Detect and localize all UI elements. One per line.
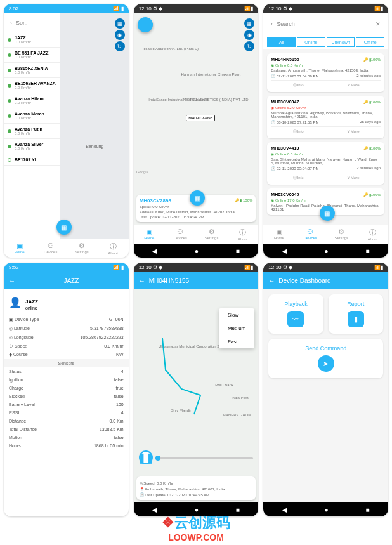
sensor-row: Battery Level100 — [4, 400, 129, 409]
sensor-row: Status4 — [4, 367, 129, 376]
gear-icon: ⚙ — [66, 242, 97, 250]
list-item[interactable]: Avanza Silver0.0 Km/hr — [4, 139, 60, 154]
menu-item-slow[interactable]: Slow — [219, 308, 254, 322]
list-item[interactable]: Avanza Hitam0.0 Km/hr — [4, 93, 60, 108]
map-layers-icon[interactable]: ▦ — [115, 18, 125, 29]
device-list: ‹Sor.. JAZZ0.0 Km/hr BE 551 FA JAZZ0.0 K… — [4, 13, 60, 239]
map-layers-icon[interactable]: ▦ — [244, 18, 254, 29]
home-button[interactable]: ● — [325, 506, 329, 513]
battery-badge: 🔑 ▮100% — [363, 146, 381, 150]
google-logo: Google — [136, 170, 148, 174]
home-button[interactable]: ● — [325, 247, 329, 254]
list-item[interactable]: Avanza Merah0.0 Km/hr — [4, 108, 60, 124]
back-icon[interactable]: ← — [139, 277, 145, 284]
info-row: ◆ CourseNW — [4, 350, 129, 359]
map-marker-label[interactable]: MH03CV2898 — [186, 115, 215, 121]
fab-button[interactable]: ▦ — [56, 220, 72, 235]
progress-slider[interactable] — [155, 457, 254, 459]
update-text: 🕐 Last Update: 01-11-2020 10:44:45 AM — [140, 492, 253, 497]
nav-devices[interactable]: ⚇Devices — [295, 228, 326, 241]
tab-online[interactable]: Online — [297, 37, 325, 47]
status-text: ◉ Online 17.0 Km/hr — [271, 198, 381, 202]
nav-home[interactable]: ▣Home — [134, 228, 165, 241]
menu-button[interactable]: ☰ — [138, 17, 153, 32]
clear-icon[interactable]: ✕ — [376, 21, 381, 27]
nav-about[interactable]: ⓘAbout — [98, 242, 129, 255]
list-item[interactable]: B2815FZ XENIA0.0 Km/hr — [4, 63, 60, 78]
back-button[interactable]: ◀ — [152, 247, 157, 254]
info-button[interactable]: ⓘInfo — [271, 129, 325, 135]
menu-item-medium[interactable]: Medium — [219, 322, 254, 335]
timestamp-text: 🕐 08-10-2020 07:21:53 PM 25 days ago — [271, 120, 381, 124]
back-button[interactable]: ◀ — [282, 506, 287, 513]
screen-device-list: 12:10 ⚙ ◆📶▮ ‹Search✕ All Online Unknown … — [263, 4, 388, 258]
home-icon: ▣ — [263, 228, 294, 236]
map-view[interactable]: ☰ ▦◉↻ eliable Autotech vt. Ltd. (Plant-3… — [134, 13, 259, 225]
info-button[interactable]: ⓘInfo — [271, 82, 325, 88]
recent-button[interactable]: ■ — [366, 247, 370, 254]
menu-item-fast[interactable]: Fast — [219, 335, 254, 348]
dash-card-report[interactable]: Report▮ — [329, 294, 383, 334]
back-icon[interactable]: ‹ — [271, 21, 273, 27]
nav-settings[interactable]: ⚙Settings — [66, 242, 97, 255]
nav-settings[interactable]: ⚙Settings — [196, 228, 227, 241]
tab-all[interactable]: All — [267, 37, 296, 47]
info-button[interactable]: ⓘInfo — [271, 175, 325, 181]
nav-home[interactable]: ▣Home — [4, 242, 35, 255]
recent-button[interactable]: ■ — [366, 506, 370, 513]
search-input[interactable]: ‹Search✕ — [267, 17, 384, 31]
address-text: Mumbai Agra National Highway, Bhivandi, … — [271, 111, 381, 119]
list-item[interactable]: JAZZ0.0 Km/hr — [4, 32, 60, 48]
status-dot — [8, 99, 11, 103]
back-icon[interactable]: ← — [9, 277, 15, 284]
playback-info: ◎ Speed: 0.0 Km/hr 📍 Ambarnath, Thane, M… — [136, 476, 256, 500]
nav-devices[interactable]: ⚇Devices — [165, 228, 196, 241]
status-dot — [8, 69, 11, 72]
back-button[interactable]: ◀ — [282, 247, 287, 254]
speed-menu: Slow Medium Fast — [219, 308, 254, 348]
nav-settings[interactable]: ⚙Settings — [326, 228, 357, 241]
home-icon: ▣ — [134, 228, 165, 236]
devices-icon: ⚇ — [35, 242, 66, 250]
home-button[interactable]: ● — [195, 506, 199, 513]
device-card[interactable]: MH03CV0047🔑 ▮100% ◉ Offline 52.0 Km/hr M… — [267, 96, 384, 138]
tab-unknown[interactable]: Unknown — [327, 37, 355, 47]
fab-button[interactable]: ▦ — [190, 190, 205, 206]
bottom-nav: ▣Home ⚇Devices ⚙Settings ⓘAbout — [4, 239, 129, 258]
home-button[interactable]: ● — [195, 247, 199, 254]
list-item[interactable]: BE1562ER AVANZA0.0 Km/hr — [4, 78, 60, 93]
device-id: MH03CV4410 — [271, 146, 299, 150]
android-nav: ◀●■ — [263, 244, 388, 258]
map-view[interactable]: Slow Medium Fast Ulhasnagar Municipal Co… — [134, 289, 259, 502]
more-button[interactable]: ∨ More — [326, 82, 381, 88]
refresh-icon[interactable]: ↻ — [115, 41, 125, 51]
list-item[interactable]: BE 551 FA JAZZ0.0 Km/hr — [4, 48, 60, 63]
nav-devices[interactable]: ⚇Devices — [35, 242, 66, 255]
more-button[interactable]: ∨ More — [326, 175, 381, 181]
fab-button[interactable]: ▦ — [320, 206, 335, 221]
dash-card-command[interactable]: Send Command➤ — [268, 339, 383, 378]
nav-home[interactable]: ▣Home — [263, 228, 294, 241]
status-dot — [8, 145, 11, 148]
tab-offline[interactable]: Offline — [356, 37, 384, 47]
more-button[interactable]: ∨ More — [326, 129, 381, 135]
pause-button[interactable]: ❚❚ — [139, 450, 153, 464]
dash-card-playback[interactable]: Playback〰 — [268, 294, 323, 334]
nav-about[interactable]: ⓘAbout — [227, 228, 258, 241]
device-card[interactable]: MH04HN5155🔑 ▮100% ◉ Online 0.0 Km/hr Bad… — [267, 53, 384, 92]
search-input[interactable]: ‹Sor.. — [6, 16, 57, 30]
list-item[interactable]: Avanza Putih0.0 Km/hr — [4, 124, 60, 139]
device-card[interactable]: MH03CV4410🔑 ▮100% ◉ Online 0.0 Km/hr San… — [267, 142, 384, 185]
traffic-icon[interactable]: ◉ — [115, 30, 125, 40]
traffic-icon[interactable]: ◉ — [244, 30, 254, 40]
address-text: Address: Khed, Pune District, Maharashtr… — [140, 210, 253, 214]
back-icon[interactable]: ‹ — [10, 20, 12, 26]
back-icon[interactable]: ← — [268, 277, 275, 284]
info-row: ◎ Latitude-5.317879589888 — [4, 324, 129, 333]
refresh-icon[interactable]: ↻ — [244, 41, 254, 51]
list-item[interactable]: BE1707 YL — [4, 154, 60, 166]
recent-button[interactable]: ■ — [236, 247, 240, 254]
back-button[interactable]: ◀ — [152, 506, 157, 513]
nav-about[interactable]: ⓘAbout — [357, 228, 388, 241]
recent-button[interactable]: ■ — [236, 506, 240, 513]
